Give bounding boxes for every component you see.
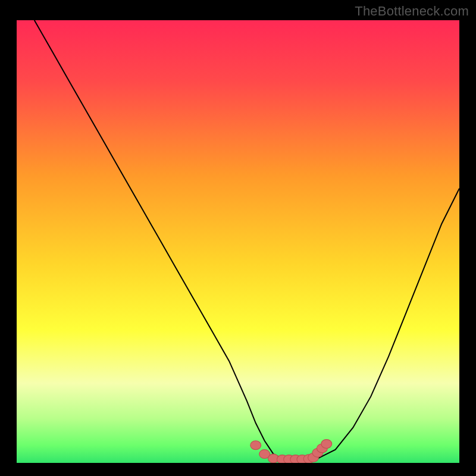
watermark-text: TheBottleneck.com (355, 4, 469, 19)
chart-container: TheBottleneck.com (0, 0, 476, 476)
gradient-panel (17, 20, 459, 463)
chart-svg (17, 20, 459, 463)
marker-dot (250, 441, 261, 450)
plot-area (17, 20, 459, 463)
marker-dot (321, 440, 332, 449)
